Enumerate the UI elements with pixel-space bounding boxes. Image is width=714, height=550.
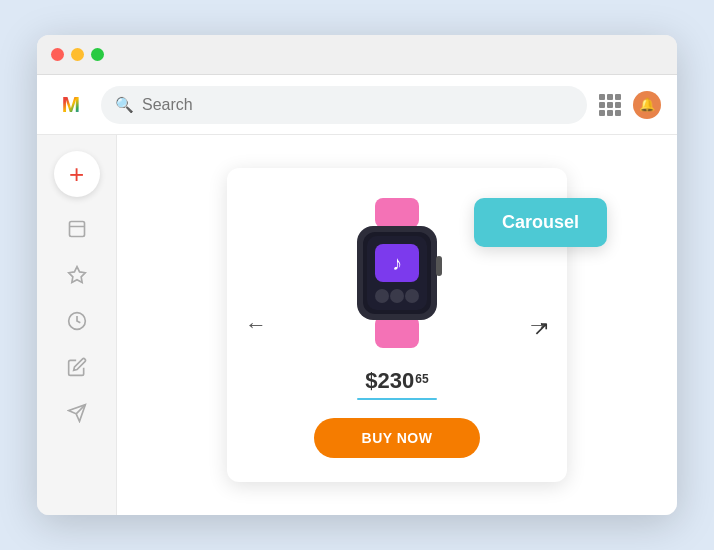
price-main: $230	[365, 368, 414, 394]
sidebar-item-sent[interactable]	[63, 399, 91, 427]
svg-rect-5	[375, 198, 419, 228]
browser-window: M 🔍 Search 🔔 +	[37, 35, 677, 515]
sidebar-item-inbox[interactable]	[63, 215, 91, 243]
svg-marker-1	[68, 267, 85, 283]
carousel-prev-button[interactable]: ←	[237, 308, 275, 342]
main-content: +	[37, 135, 677, 515]
compose-plus-icon: +	[69, 161, 84, 187]
svg-point-14	[405, 289, 419, 303]
notification-icon[interactable]: 🔔	[633, 91, 661, 119]
toolbar-icons: 🔔	[599, 91, 661, 119]
svg-point-13	[390, 289, 404, 303]
svg-rect-15	[436, 256, 442, 276]
carousel-nav: ← → ↗	[227, 308, 567, 342]
compose-button[interactable]: +	[54, 151, 100, 197]
svg-text:♪: ♪	[392, 252, 402, 274]
title-bar	[37, 35, 677, 75]
search-icon: 🔍	[115, 96, 134, 114]
search-bar[interactable]: 🔍 Search	[101, 86, 587, 124]
sidebar: +	[37, 135, 117, 515]
carousel-tooltip-label: Carousel	[502, 212, 579, 232]
search-input[interactable]: Search	[142, 96, 573, 114]
minimize-button[interactable]	[71, 48, 84, 61]
gmail-m-letter: M	[62, 94, 80, 116]
svg-point-12	[375, 289, 389, 303]
window-buttons	[51, 48, 104, 61]
price-display: $230 65	[365, 368, 428, 394]
content-area: Carousel	[117, 135, 677, 515]
sidebar-item-recent[interactable]	[63, 307, 91, 335]
svg-rect-0	[69, 222, 84, 237]
carousel-tooltip: Carousel	[474, 198, 607, 247]
notif-bell: 🔔	[639, 97, 655, 112]
buy-now-button[interactable]: BUY NOW	[314, 418, 481, 458]
maximize-button[interactable]	[91, 48, 104, 61]
sidebar-item-starred[interactable]	[63, 261, 91, 289]
close-button[interactable]	[51, 48, 64, 61]
price-underline	[357, 398, 437, 400]
carousel-card: Carousel	[227, 168, 567, 482]
cursor-icon: ↗	[533, 316, 550, 340]
sidebar-item-drafts[interactable]	[63, 353, 91, 381]
apps-icon[interactable]	[599, 94, 621, 116]
price-cents: 65	[415, 372, 428, 386]
gmail-logo: M	[53, 87, 89, 123]
toolbar: M 🔍 Search 🔔	[37, 75, 677, 135]
